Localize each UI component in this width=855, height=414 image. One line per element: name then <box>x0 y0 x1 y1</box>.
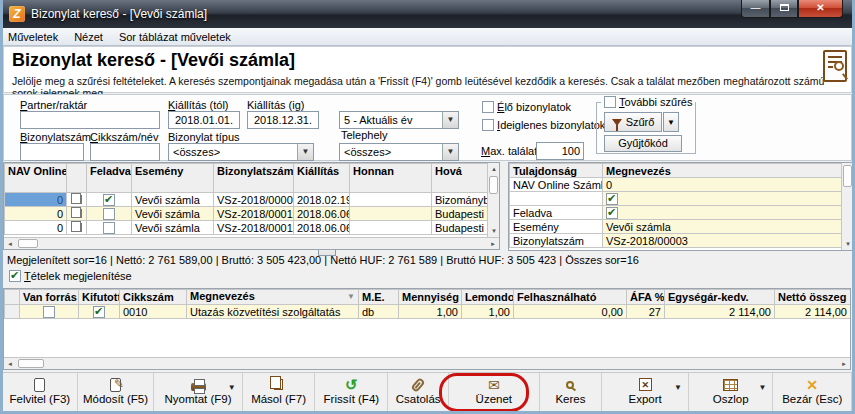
table-row[interactable]: Feladva <box>510 206 843 220</box>
vertical-scrollbar[interactable]: ▾ <box>841 163 853 250</box>
horizontal-scrollbar[interactable]: ◂ ▸ <box>4 357 850 369</box>
table-row[interactable]: 0 Vevői számla VSz-2018/00011 2018.06.06… <box>5 221 489 235</box>
cell-me[interactable]: db <box>359 305 399 319</box>
bezar-button[interactable]: ✕ Bezár (Esc) <box>773 373 852 411</box>
cell-megnevezes[interactable]: Utazás közvetítési szolgáltatás <box>187 305 359 319</box>
cell-kiallitas[interactable]: 2018.06.06. <box>294 207 350 221</box>
checkbox-icon[interactable] <box>482 101 494 113</box>
scroll-thumb[interactable] <box>843 165 852 187</box>
col-hova[interactable]: Hová <box>432 164 489 193</box>
col-mennyiseg[interactable]: Mennyiség <box>399 290 462 305</box>
cell-hova[interactable]: Budapesti Vás <box>432 221 489 235</box>
cell-lemondott[interactable]: 1,00 <box>462 305 514 319</box>
col-me[interactable]: M.E. <box>359 290 399 305</box>
checkbox-icon[interactable] <box>606 193 618 205</box>
van-forras-checkbox[interactable] <box>20 305 79 319</box>
cell-nav[interactable]: 0 <box>5 193 67 207</box>
chevron-down-icon[interactable]: ▼ <box>758 383 766 392</box>
kiallitas-tol-input[interactable] <box>168 111 240 129</box>
menu-sor-tablazat[interactable]: Sor táblázat műveletek <box>111 28 239 46</box>
vertical-scrollbar[interactable]: ▴ ▾ <box>487 163 499 237</box>
chevron-down-icon[interactable]: ▼ <box>674 383 682 392</box>
szuro-dropdown-button[interactable]: ▼ <box>663 112 679 132</box>
bizonylat-tipus-select[interactable]: <összes> ▼ <box>168 143 314 161</box>
table-row[interactable]: NAV Online Számla 0 <box>510 178 843 192</box>
prop-value[interactable]: Vevői számla <box>603 220 843 234</box>
nyomtat-button[interactable]: ▼ Nyomtat (F9) <box>154 373 242 411</box>
prop-name[interactable]: Feladva <box>510 206 603 220</box>
scroll-left-icon[interactable]: ◂ <box>4 358 16 370</box>
col-lemondott[interactable]: Lemondott <box>462 290 514 305</box>
table-row[interactable]: Esemény Vevői számla <box>510 220 843 234</box>
cell-cikkszam[interactable]: 0010 <box>120 305 187 319</box>
oszlop-button[interactable]: ▼ Oszlop <box>689 373 774 411</box>
col-afa[interactable]: ÁFA % <box>627 290 665 305</box>
felvitel-button[interactable]: Felvitel (F3) <box>3 373 78 411</box>
scroll-right-icon[interactable]: ▸ <box>838 358 850 370</box>
table-row[interactable]: Bizonylatszám VSz-2018/00003 <box>510 234 843 248</box>
chevron-down-icon[interactable]: ▼ <box>442 144 458 160</box>
cell-felhasznalhato[interactable]: 0,00 <box>514 305 627 319</box>
checkbox-icon[interactable] <box>606 207 618 219</box>
table-row[interactable]: 0010 Utazás közvetítési szolgáltatás db … <box>5 305 851 319</box>
cell-hova[interactable]: Bizományban <box>432 193 489 207</box>
cell-honnan[interactable] <box>350 221 432 235</box>
scroll-right-icon[interactable]: ▸ <box>487 238 499 250</box>
prop-name[interactable] <box>510 192 603 206</box>
szuro-button[interactable]: Szűrő <box>604 112 662 132</box>
tetelek-checkbox[interactable]: Tételek megjelenítése <box>9 270 132 282</box>
feladva-checkbox[interactable] <box>87 207 132 221</box>
feladva-checkbox[interactable] <box>87 221 132 235</box>
menu-muveletek[interactable]: Műveletek <box>0 28 66 46</box>
prop-value-checkbox[interactable] <box>603 192 843 206</box>
col-bizonylatszam[interactable]: Bizonylatszám <box>214 164 294 193</box>
col-nav-online[interactable]: NAV Online Számla <box>5 164 67 193</box>
scroll-thumb[interactable] <box>18 239 38 248</box>
col-kiallitas[interactable]: Kiállítás <box>294 164 350 193</box>
scroll-down-icon[interactable]: ▾ <box>488 225 500 237</box>
gyujtokod-button[interactable]: Gyűjtőkód <box>604 135 682 152</box>
elo-bizonylatok-checkbox[interactable]: Élő bizonylatok <box>482 101 571 113</box>
col-esemeny[interactable]: Esemény <box>132 164 214 193</box>
horizontal-scrollbar[interactable]: ◂ ▸ <box>4 237 499 249</box>
checkbox-icon[interactable] <box>93 306 105 318</box>
col-megnevezes[interactable]: Megnevezés <box>603 164 843 178</box>
maximize-button[interactable] <box>770 0 798 18</box>
scroll-down-icon[interactable]: ▾ <box>842 238 854 250</box>
chevron-down-icon[interactable]: ▼ <box>297 144 313 160</box>
checkbox-icon[interactable] <box>604 96 616 108</box>
chevron-down-icon[interactable]: ▼ <box>228 383 236 392</box>
modosit-button[interactable]: ✎ Módosít (F5) <box>78 373 155 411</box>
checkbox-icon[interactable] <box>103 222 115 234</box>
cell-netto[interactable]: 2 114,00 <box>775 305 851 319</box>
table-row[interactable] <box>510 192 843 206</box>
scroll-thumb[interactable] <box>489 176 498 194</box>
col-feladva[interactable]: Feladva <box>87 164 132 193</box>
telephely-select[interactable]: <összes> ▼ <box>339 143 459 161</box>
frissit-button[interactable]: ↺ Frissít (F4) <box>315 373 388 411</box>
col-tulajdonsag[interactable]: Tulajdonság <box>510 164 603 178</box>
prop-value-checkbox[interactable] <box>603 206 843 220</box>
copy-icon[interactable] <box>67 207 87 221</box>
prop-name[interactable]: Esemény <box>510 220 603 234</box>
cell-afa[interactable]: 27 <box>627 305 665 319</box>
checkbox-icon[interactable] <box>103 208 115 220</box>
table-row[interactable]: 0 Vevői számla VSz-2018/00010 2018.06.06… <box>5 207 489 221</box>
col-honnan[interactable]: Honnan <box>350 164 432 193</box>
col-netto[interactable]: Nettó összeg <box>775 290 851 305</box>
max-talalat-input[interactable] <box>536 142 584 160</box>
cell-egysegar[interactable]: 2 114,00 <box>665 305 775 319</box>
bizonylatszam-input[interactable] <box>20 143 84 161</box>
ev-select[interactable]: 5 - Aktuális év ▼ <box>339 111 459 129</box>
col-copy[interactable] <box>67 164 87 193</box>
table-row[interactable]: 0 Vevői számla VSz-2018/00003 2018.02.19… <box>5 193 489 207</box>
cell-nav[interactable]: 0 <box>5 221 67 235</box>
cell-bizonylatszam[interactable]: VSz-2018/00011 <box>214 221 294 235</box>
col-felhasznalhato[interactable]: Felhasználható <box>514 290 627 305</box>
feladva-checkbox[interactable] <box>87 193 132 207</box>
cell-kiallitas[interactable]: 2018.06.06. <box>294 221 350 235</box>
scroll-up-icon[interactable]: ▴ <box>488 163 500 175</box>
menu-nezet[interactable]: Nézet <box>66 28 111 46</box>
col-cikkszam[interactable]: Cikkszám <box>120 290 187 305</box>
copy-icon[interactable] <box>67 221 87 235</box>
